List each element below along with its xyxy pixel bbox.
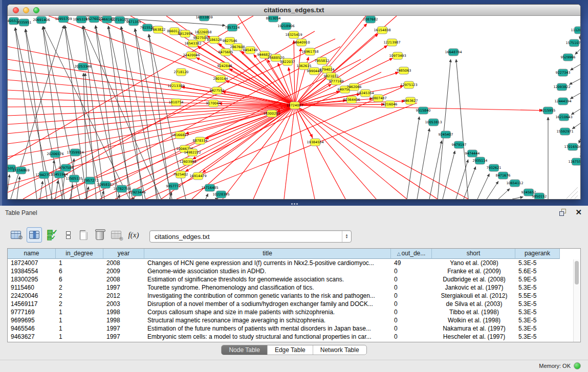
graph-node[interactable]: 9474444 (465, 150, 480, 157)
graph-node[interactable]: 12213389 (167, 82, 184, 90)
column-header-year[interactable]: year (103, 249, 144, 259)
graph-node[interactable]: 12603948 (179, 158, 196, 165)
column-header-short[interactable]: short (432, 249, 515, 259)
graph-node[interactable]: 10228395 (212, 191, 229, 198)
graph-node[interactable]: 10807487 (369, 95, 386, 102)
table-row[interactable]: 911546021997Tourette syndrome. Phenomeno… (8, 283, 580, 292)
tab-edge-table[interactable]: Edge Table (268, 345, 313, 355)
svg-text:20691406: 20691406 (33, 18, 50, 22)
graph-node[interactable]: 2935114 (473, 157, 488, 164)
graph-node[interactable]: 20691406 (33, 16, 50, 24)
table-row[interactable]: 946362711997Embryonic stem cells: a mode… (8, 333, 580, 341)
graph-node[interactable]: 8813054 (266, 16, 281, 22)
graph-node[interactable]: 20253346 (74, 63, 91, 70)
column-header-out_de[interactable]: △out_de... (391, 249, 432, 259)
column-header-in_degree[interactable]: in_degree (56, 249, 103, 259)
graph-node[interactable]: 10654112 (506, 180, 523, 187)
graph-node[interactable]: 7485063 (397, 67, 411, 74)
window-resize-grip[interactable] (571, 191, 578, 199)
graph-node[interactable]: 17016504 (564, 143, 580, 150)
graph-node[interactable]: 8471676 (496, 172, 511, 179)
table-select-dropdown[interactable]: citations_edges.txt ▲▼ (149, 230, 352, 243)
graph-node[interactable]: 11128457 (571, 27, 580, 34)
graph-node[interactable]: 15716485 (201, 184, 218, 191)
table-row[interactable]: 1456911722003Disruption of a novel membe… (8, 300, 580, 308)
graph-node[interactable]: 10973493 (389, 52, 406, 59)
graph-node[interactable]: 20364436 (343, 96, 360, 103)
graph-node[interactable]: 12093822 (553, 83, 570, 91)
graph-node[interactable]: 19218906 (277, 23, 294, 30)
graph-node[interactable]: 19384554 (307, 139, 323, 146)
graph-node[interactable]: 1810754 (169, 99, 184, 106)
graph-node[interactable]: 16648784 (445, 49, 462, 56)
graph-node[interactable]: 16961758 (301, 48, 318, 55)
table-row[interactable]: 1938455462009Genome-wide association stu… (8, 267, 580, 275)
graph-node[interactable]: 20206576 (47, 150, 63, 158)
create-table-icon[interactable] (76, 227, 91, 243)
graph-node[interactable]: 12213987 (383, 39, 400, 46)
graph-node[interactable]: 15751074 (565, 39, 580, 47)
graph-node[interactable]: 7932621 (487, 164, 502, 171)
graph-node[interactable]: 15592971 (556, 128, 573, 135)
table-row[interactable]: 2242004622012Investigating the contribut… (8, 292, 580, 300)
table-row[interactable]: 946554611997Estimation of the future num… (8, 324, 580, 333)
graph-node[interactable]: 8215955 (541, 107, 556, 114)
graph-node[interactable]: 12444194 (554, 98, 571, 105)
graph-node[interactable]: 16154838 (374, 27, 390, 34)
tab-network-table[interactable]: Network Table (313, 345, 366, 355)
row-height-icon[interactable] (60, 227, 76, 243)
table-row[interactable]: 977716911998Corpus callosum shape and si… (8, 308, 580, 316)
graph-node[interactable]: 7625402 (173, 171, 188, 178)
graph-node[interactable]: 18245354 (357, 90, 374, 97)
graph-node[interactable]: 9529966 (561, 54, 576, 61)
graph-node[interactable]: 11675533 (568, 158, 580, 165)
graph-node[interactable]: 8427552 (210, 87, 225, 94)
graph-node[interactable]: 10053813 (425, 119, 442, 126)
tab-node-table[interactable]: Node Table (222, 345, 268, 355)
graph-node[interactable]: 2718120 (174, 69, 189, 76)
delete-table-icon[interactable] (92, 227, 107, 243)
table-cell: 1 (56, 333, 103, 341)
graph-node[interactable]: 16210643 (555, 114, 572, 121)
column-header-pagerank[interactable]: pagerank (515, 249, 560, 259)
table-row[interactable]: 969969511998Structural magnetic resonanc… (8, 316, 580, 324)
network-window-titlebar[interactable]: citations_edges.txt (8, 5, 580, 16)
function-builder-icon[interactable]: f(x) (126, 227, 141, 243)
table-scrollbar[interactable] (573, 259, 580, 342)
graph-node[interactable]: 7955812 (315, 57, 330, 64)
graph-node[interactable]: 9245407 (439, 131, 453, 138)
graph-node[interactable]: 9227343 (556, 69, 571, 76)
graph-node[interactable]: 16640910 (293, 39, 310, 46)
graph-node[interactable]: 12923446 (128, 189, 145, 196)
close-panel-icon[interactable]: ✕ (575, 208, 582, 217)
table-settings-icon[interactable]: ⚙ (8, 227, 24, 243)
graph-node[interactable]: 8454749 (243, 47, 258, 54)
graph-edge (295, 105, 468, 199)
float-panel-icon[interactable] (559, 209, 568, 216)
table-cell: 49 (391, 259, 432, 267)
table-cell: 0 (391, 292, 432, 300)
graph-node[interactable]: 6794024 (320, 66, 335, 73)
window-resize-grip[interactable] (575, 195, 578, 199)
column-header-name[interactable]: name (8, 249, 56, 259)
table-cell: 9465546 (8, 324, 56, 333)
graph-node[interactable]: 19955709 (55, 16, 72, 23)
network-canvas[interactable]: 1405572493359512069140619955709106532871… (8, 16, 580, 199)
dropdown-stepper-icon: ▲▼ (342, 231, 351, 242)
table-row[interactable]: 1872400712008Changes of HCN gene express… (8, 259, 580, 267)
panel-divider-grip[interactable] (290, 203, 298, 205)
graph-node[interactable]: 12975123 (400, 81, 417, 89)
memory-status-icon[interactable] (574, 362, 581, 369)
column-header-title[interactable]: title (144, 249, 391, 259)
graph-node[interactable]: 19166827 (171, 132, 188, 139)
select-visible-columns-icon[interactable]: ▤✓▤✓ (44, 227, 59, 243)
graph-node[interactable]: 9242848 (217, 62, 232, 70)
import-table-disabled-icon[interactable]: ⊗ (108, 227, 124, 243)
graph-node[interactable]: 9479197 (452, 141, 467, 148)
table-row[interactable]: 1830029562008Estimation of significance … (8, 275, 580, 283)
graph-node[interactable]: 18325419 (285, 31, 302, 38)
column-display-icon[interactable] (27, 227, 42, 243)
graph-node[interactable]: 16033809 (195, 16, 212, 21)
table-scrollbar-thumb[interactable] (575, 261, 579, 285)
graph-node[interactable]: 13505135 (66, 175, 82, 182)
